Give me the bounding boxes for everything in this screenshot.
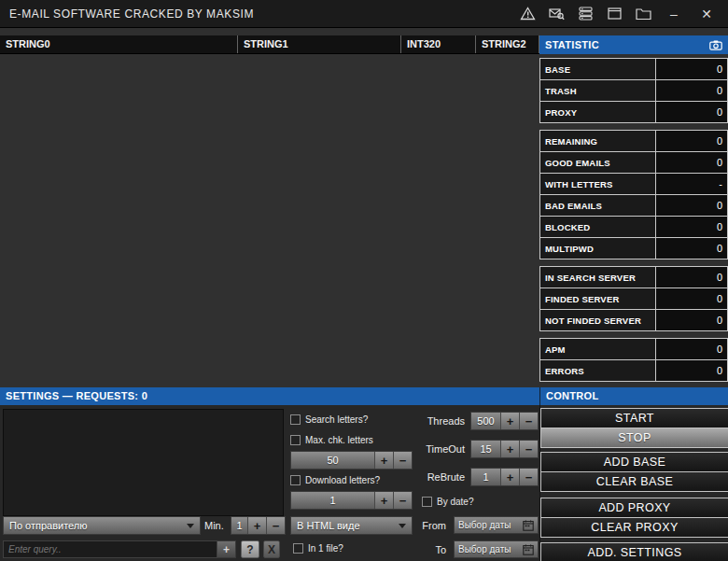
control-section-header: CONTROL — [539, 387, 728, 405]
warning-icon[interactable] — [519, 6, 536, 22]
results-grid-body[interactable] — [0, 54, 539, 387]
titlebar: E-MAIL SOFTWARE CRACKED BY MAKSIM – ✕ — [0, 0, 728, 28]
in-one-file-checkbox[interactable]: In 1 file? — [293, 543, 343, 554]
decrement-button[interactable]: − — [519, 413, 538, 429]
stepper-value[interactable]: 15 — [471, 441, 500, 457]
sender-dropdown[interactable]: По отправителю — [3, 516, 201, 535]
stat-value: 0 — [656, 58, 728, 80]
window-icon[interactable] — [606, 6, 623, 22]
date-picker-value: Выбор даты — [458, 520, 511, 530]
checkbox-box[interactable] — [290, 435, 301, 445]
stat-value: - — [656, 173, 728, 195]
stat-value: 0 — [656, 338, 728, 360]
stop-button[interactable]: STOP — [540, 428, 728, 448]
increment-button[interactable]: + — [500, 441, 519, 457]
query-input[interactable] — [3, 540, 217, 558]
stat-row-trash: TRASH0 — [539, 79, 728, 102]
stat-value: 0 — [656, 130, 728, 152]
checkbox-label: Download letters? — [305, 475, 380, 485]
checkbox-box[interactable] — [293, 543, 303, 554]
stat-value: 0 — [656, 237, 728, 259]
mail-search-icon[interactable] — [548, 6, 565, 22]
clear-base-button[interactable]: CLEAR BASE — [540, 471, 728, 492]
stat-row-with-letters: WITH LETTERS- — [539, 173, 728, 195]
increment-button[interactable]: + — [500, 413, 519, 429]
minimize-button[interactable]: – — [664, 6, 684, 22]
stat-label: WITH LETTERS — [539, 173, 656, 195]
stepper-value[interactable]: 1 — [471, 469, 500, 485]
stat-label: APM — [539, 338, 656, 360]
column-header-string0[interactable]: STRING0 — [0, 35, 238, 53]
column-header-int320[interactable]: INT320 — [401, 35, 476, 53]
checkbox-box[interactable] — [290, 475, 301, 485]
max-chk-letters-checkbox[interactable]: Max. chk. letters — [290, 435, 373, 445]
titlebar-icons: – ✕ — [519, 6, 728, 22]
stat-group-servers: IN SEARCH SERVER0 FINDED SERVER0 NOT FIN… — [539, 266, 728, 331]
increment-button[interactable]: + — [247, 517, 266, 534]
stat-label: NOT FINDED SERVER — [539, 309, 656, 331]
by-date-checkbox[interactable]: By date? — [422, 497, 473, 507]
stat-label: ERRORS — [539, 359, 656, 382]
download-letters-stepper: 1 + − — [290, 491, 413, 510]
stat-row-finded-server: FINDED SERVER0 — [539, 288, 728, 310]
increment-button[interactable]: + — [500, 469, 519, 485]
control-panel: START STOP ADD BASE CLEAR BASE ADD PROXY… — [539, 405, 728, 561]
statistic-rows: BASE0 TRASH0 PROXY0 REMAINING0 GOOD EMAI… — [539, 54, 728, 382]
add-settings-button[interactable]: ADD. SETTINGS — [540, 542, 728, 561]
stat-value: 0 — [656, 79, 728, 102]
download-letters-checkbox[interactable]: Download letters? — [290, 475, 380, 485]
stat-label: BAD EMAILS — [539, 194, 656, 217]
stat-row-good-emails: GOOD EMAILS0 — [539, 151, 728, 174]
decrement-button[interactable]: − — [393, 492, 412, 509]
stat-row-not-finded-server: NOT FINDED SERVER0 — [539, 309, 728, 331]
column-header-string1[interactable]: STRING1 — [238, 35, 401, 53]
search-letters-checkbox[interactable]: Search letters? — [290, 414, 368, 425]
help-button[interactable]: ? — [241, 540, 259, 558]
stat-row-blocked: BLOCKED0 — [539, 216, 728, 238]
stat-value: 0 — [656, 288, 728, 310]
add-proxy-button[interactable]: ADD PROXY — [540, 498, 728, 518]
camera-icon[interactable] — [709, 40, 722, 50]
threads-stepper: 500 + − — [470, 412, 539, 430]
decrement-button[interactable]: − — [266, 517, 285, 534]
clear-query-button[interactable]: X — [263, 540, 280, 558]
checkbox-label: Search letters? — [305, 414, 368, 425]
calendar-icon[interactable] — [523, 520, 534, 531]
to-date-picker[interactable]: Выбор даты — [454, 540, 539, 558]
statistic-header: STATISTIC — [539, 35, 728, 54]
from-date-picker[interactable]: Выбор даты — [454, 516, 539, 534]
close-button[interactable]: ✕ — [696, 6, 717, 22]
checkbox-box[interactable] — [290, 414, 301, 425]
stat-label: BASE — [539, 58, 656, 80]
stat-value: 0 — [656, 309, 728, 331]
add-base-button[interactable]: ADD BASE — [540, 452, 728, 472]
calendar-icon[interactable] — [523, 544, 534, 555]
checkbox-box[interactable] — [422, 497, 432, 507]
dropdown-value: По отправителю — [9, 520, 88, 531]
decrement-button[interactable]: − — [519, 441, 538, 457]
folder-icon[interactable] — [635, 6, 651, 22]
stat-label: MULTIPWD — [539, 237, 656, 259]
settings-panel: Search letters? Max. chk. letters 50 + −… — [0, 405, 539, 561]
checkbox-label: By date? — [437, 497, 473, 507]
decrement-button[interactable]: − — [519, 469, 538, 485]
stat-row-multipwd: MULTIPWD0 — [539, 237, 728, 259]
increment-button[interactable]: + — [374, 492, 393, 509]
start-button[interactable]: START — [540, 408, 728, 428]
statistic-title: STATISTIC — [545, 39, 599, 50]
query-listbox[interactable] — [3, 409, 284, 516]
add-query-button[interactable]: + — [217, 540, 236, 558]
window-title: E-MAIL SOFTWARE CRACKED BY MAKSIM — [0, 7, 254, 21]
stat-label: REMAINING — [539, 130, 656, 152]
stepper-value[interactable]: 50 — [291, 452, 374, 469]
clear-proxy-button[interactable]: CLEAR PROXY — [540, 517, 728, 538]
stepper-value[interactable]: 1 — [291, 492, 374, 509]
format-dropdown[interactable]: В HTML виде — [290, 516, 413, 535]
column-header-string2[interactable]: STRING2 — [476, 35, 539, 53]
rebrute-stepper: 1 + − — [470, 468, 539, 486]
increment-button[interactable]: + — [374, 452, 393, 469]
stepper-value[interactable]: 500 — [471, 413, 500, 429]
stepper-value[interactable]: 1 — [231, 517, 247, 534]
server-list-icon[interactable] — [577, 6, 594, 22]
timeout-stepper: 15 + − — [470, 440, 539, 458]
